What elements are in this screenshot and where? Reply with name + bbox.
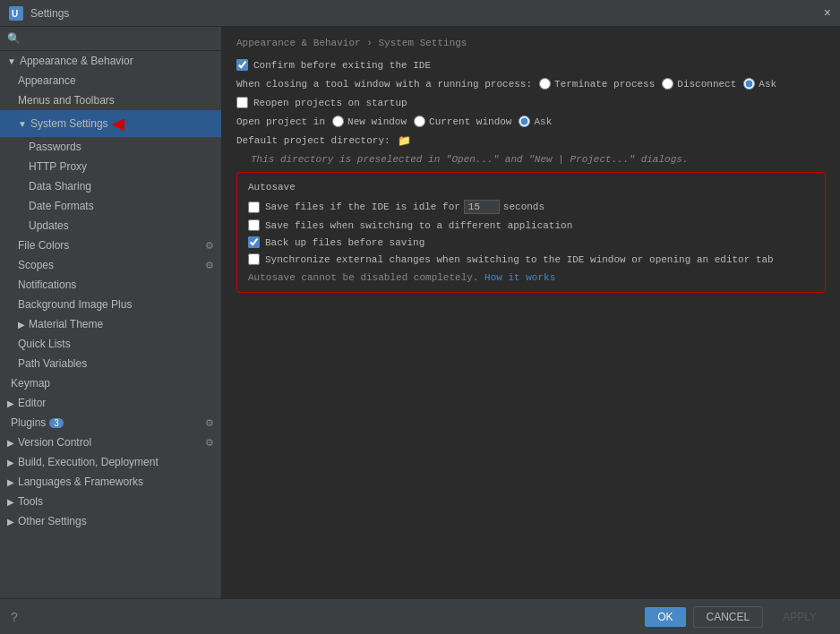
- sidebar-label-scopes: Scopes: [18, 259, 54, 271]
- search-input[interactable]: [24, 32, 214, 45]
- sidebar-item-keymap[interactable]: Keymap: [0, 373, 221, 393]
- chevron-right-icon-vc: ▶: [7, 438, 14, 448]
- save-switching-checkbox[interactable]: [248, 219, 260, 231]
- sidebar-item-scopes[interactable]: Scopes ⚙: [0, 255, 221, 275]
- sidebar-item-version-control[interactable]: ▶ Version Control ⚙: [0, 433, 221, 452]
- default-project-dir-label: Default project directory:: [236, 135, 390, 146]
- help-icon[interactable]: ?: [11, 610, 18, 624]
- arrow-indicator-icon: ◀: [112, 114, 124, 133]
- sidebar-label-date-formats: Date Formats: [29, 200, 94, 212]
- sidebar-item-date-formats[interactable]: Date Formats: [0, 196, 221, 216]
- main-layout: 🔍 ▼ Appearance & Behavior Appearance Men…: [0, 27, 840, 598]
- sidebar-label-updates: Updates: [29, 219, 69, 232]
- sync-external-label: Synchronize external changes when switch…: [265, 254, 774, 265]
- sidebar-item-build-execution-deployment[interactable]: ▶ Build, Execution, Deployment: [0, 452, 221, 472]
- cancel-button[interactable]: CANCEL: [693, 606, 764, 628]
- chevron-right-icon-other: ▶: [7, 517, 14, 527]
- disconnect-radio-group: Disconnect: [662, 78, 736, 90]
- save-idle-seconds-input[interactable]: [464, 200, 500, 214]
- sidebar-item-other-settings[interactable]: ▶ Other Settings: [0, 511, 221, 531]
- terminate-process-radio-group: Terminate process: [539, 78, 655, 90]
- save-idle-label: Save files if the IDE is idle for: [265, 201, 460, 212]
- close-button[interactable]: ×: [824, 6, 831, 19]
- new-window-radio[interactable]: [332, 116, 344, 127]
- chevron-right-icon-build: ▶: [7, 458, 14, 467]
- sidebar-label-menus-toolbars: Menus and Toolbars: [18, 94, 115, 107]
- current-window-radio[interactable]: [414, 116, 425, 127]
- ask-radio[interactable]: [743, 78, 755, 90]
- confirm-exit-checkbox[interactable]: [236, 59, 248, 71]
- sidebar-item-system-settings[interactable]: ▼ System Settings ◀: [0, 110, 221, 137]
- chevron-down-icon-system: ▼: [18, 119, 27, 129]
- sidebar-item-http-proxy[interactable]: HTTP Proxy: [0, 157, 221, 176]
- sidebar-label-path-variables: Path Variables: [18, 357, 87, 370]
- sidebar-item-editor[interactable]: ▶ Editor: [0, 393, 221, 413]
- terminate-process-label: Terminate process: [554, 79, 655, 90]
- sidebar-item-file-colors[interactable]: File Colors ⚙: [0, 236, 221, 255]
- sidebar-label-tools: Tools: [18, 495, 43, 508]
- folder-icon[interactable]: 📁: [398, 134, 411, 147]
- sidebar-item-background-image-plus[interactable]: Background Image Plus: [0, 295, 221, 314]
- ask-project-radio[interactable]: [519, 116, 530, 127]
- sidebar-item-appearance[interactable]: Appearance: [0, 71, 221, 90]
- sync-external-checkbox[interactable]: [248, 253, 260, 265]
- titlebar: U Settings ×: [0, 0, 840, 27]
- sidebar-item-plugins[interactable]: Plugins 3 ⚙: [0, 413, 221, 433]
- bottom-bar: ? OK CANCEL APPLY: [0, 598, 840, 634]
- sidebar-item-tools[interactable]: ▶ Tools: [0, 492, 221, 511]
- sidebar-label-other-settings: Other Settings: [18, 515, 87, 527]
- new-window-label: New window: [347, 116, 407, 127]
- sidebar: 🔍 ▼ Appearance & Behavior Appearance Men…: [0, 27, 222, 598]
- sidebar-label-quick-lists: Quick Lists: [18, 338, 71, 350]
- sync-external-row: Synchronize external changes when switch…: [248, 253, 814, 265]
- sidebar-item-quick-lists[interactable]: Quick Lists: [0, 334, 221, 354]
- sidebar-label-http-proxy: HTTP Proxy: [29, 160, 87, 173]
- sidebar-label-appearance-behavior: Appearance & Behavior: [20, 55, 133, 67]
- open-project-row: Open project in New window Current windo…: [236, 116, 826, 127]
- ok-button[interactable]: OK: [645, 607, 685, 627]
- chevron-right-icon-material: ▶: [18, 320, 25, 330]
- reopen-projects-checkbox[interactable]: [236, 97, 248, 108]
- chevron-right-icon-editor: ▶: [7, 398, 14, 408]
- ask-label: Ask: [759, 79, 776, 90]
- save-idle-suffix: seconds: [503, 201, 544, 212]
- plugins-badge: 3: [49, 418, 64, 428]
- sidebar-item-passwords[interactable]: Passwords: [0, 137, 221, 157]
- autosave-box: Autosave Save files if the IDE is idle f…: [236, 172, 826, 293]
- sidebar-item-appearance-behavior[interactable]: ▼ Appearance & Behavior: [0, 51, 221, 71]
- sidebar-label-system-settings: System Settings: [30, 117, 108, 130]
- sidebar-label-background-image-plus: Background Image Plus: [18, 298, 132, 311]
- sidebar-item-languages-frameworks[interactable]: ▶ Languages & Frameworks: [0, 472, 221, 492]
- sidebar-label-editor: Editor: [18, 397, 46, 409]
- current-window-radio-group: Current window: [414, 116, 511, 127]
- sidebar-item-menus-toolbars[interactable]: Menus and Toolbars: [0, 90, 221, 110]
- sidebar-item-material-theme[interactable]: ▶ Material Theme: [0, 314, 221, 334]
- disconnect-radio[interactable]: [662, 78, 673, 90]
- backup-checkbox[interactable]: [248, 236, 260, 248]
- terminate-process-radio[interactable]: [539, 78, 551, 90]
- scopes-icon: ⚙: [205, 260, 214, 271]
- search-box: 🔍: [0, 27, 221, 51]
- sidebar-item-updates[interactable]: Updates: [0, 216, 221, 236]
- content-area: Appearance & Behavior › System Settings …: [222, 27, 840, 598]
- plugins-icon: ⚙: [205, 417, 214, 429]
- how-it-works-link[interactable]: How it works: [484, 272, 555, 283]
- window-title: Settings: [30, 7, 69, 20]
- reopen-projects-row: Reopen projects on startup: [236, 97, 826, 108]
- sidebar-item-data-sharing[interactable]: Data Sharing: [0, 176, 221, 196]
- autosave-note-row: Autosave cannot be disabled completely. …: [248, 272, 814, 283]
- save-idle-checkbox[interactable]: [248, 201, 260, 213]
- ask-project-label: Ask: [534, 116, 552, 127]
- apply-button[interactable]: APPLY: [770, 607, 829, 627]
- file-colors-icon: ⚙: [205, 240, 214, 252]
- current-window-label: Current window: [429, 116, 511, 127]
- save-switching-row: Save files when switching to a different…: [248, 219, 814, 231]
- sidebar-label-build: Build, Execution, Deployment: [18, 456, 159, 468]
- app-icon: U: [9, 6, 23, 21]
- sidebar-item-notifications[interactable]: Notifications: [0, 275, 221, 295]
- disconnect-label: Disconnect: [677, 79, 736, 90]
- autosave-note-text: Autosave cannot be disabled completely.: [248, 272, 478, 283]
- sidebar-label-languages-frameworks: Languages & Frameworks: [18, 476, 143, 488]
- sidebar-label-notifications: Notifications: [18, 278, 76, 291]
- sidebar-item-path-variables[interactable]: Path Variables: [0, 354, 221, 373]
